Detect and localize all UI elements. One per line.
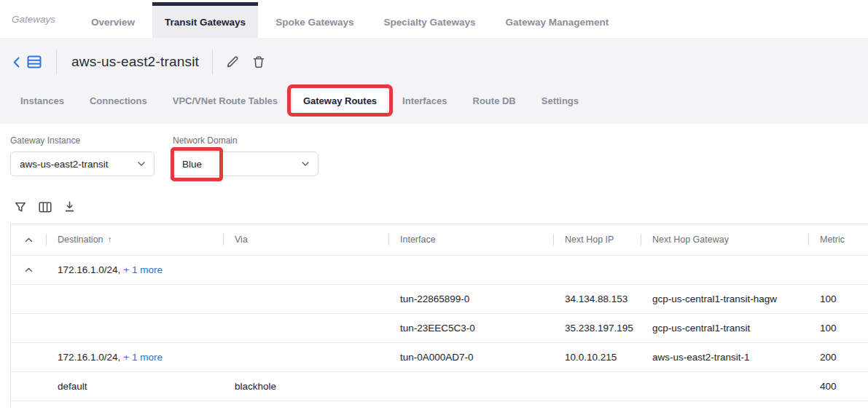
sub-tab-route-db[interactable]: Route DB: [463, 86, 526, 115]
gateway-instance-group: Gateway Instance aws-us-east2-transit: [10, 135, 155, 176]
filter-button[interactable]: [15, 202, 26, 213]
sub-tab-label: Settings: [541, 95, 579, 106]
column-header-metric[interactable]: Metric: [808, 224, 868, 255]
back-button[interactable]: [13, 57, 20, 68]
cell-destination: 172.16.1.0/24,+ 1 more: [46, 352, 223, 363]
column-label: Metric: [820, 234, 845, 245]
sub-tab-label: Route DB: [473, 95, 516, 106]
sub-tab-settings[interactable]: Settings: [531, 86, 589, 115]
cell-value: 35.238.197.195: [565, 323, 633, 334]
sub-tab-label: Instances: [20, 95, 64, 106]
top-tab-spoke-gateways[interactable]: Spoke Gateways: [263, 2, 366, 38]
cell-next-hop-ip: 10.0.10.215: [553, 352, 641, 363]
column-header-next-hop-ip[interactable]: Next Hop IP: [553, 224, 641, 255]
sort-ascending-icon: ↑: [108, 234, 112, 245]
cell-metric: 400: [808, 381, 868, 392]
main-content: Gateway Instance aws-us-east2-transit Ne…: [0, 124, 868, 407]
gateway-instance-select[interactable]: aws-us-east2-transit: [10, 151, 155, 176]
sub-tabs: InstancesConnectionsVPC/VNet Route Table…: [0, 86, 868, 115]
title-row: aws-us-east2-transit: [0, 38, 868, 86]
cell-value: tun-0A000AD7-0: [400, 352, 474, 363]
network-domain-value: Blue: [182, 159, 202, 170]
top-tab-overview[interactable]: Overview: [79, 2, 147, 38]
route-row: tun-23EEC5C3-035.238.197.195gcp-us-centr…: [11, 314, 868, 343]
cell-metric: 100: [808, 323, 868, 334]
cell-destination: 172.16.1.0/24,+ 1 more: [46, 264, 223, 275]
chevron-up-icon: [25, 237, 33, 243]
sub-tab-connections[interactable]: Connections: [79, 86, 157, 115]
column-header-destination[interactable]: Destination↑: [46, 224, 223, 255]
cell-interface: tun-23EEC5C3-0: [388, 323, 553, 334]
top-tab-transit-gateways[interactable]: Transit Gateways: [152, 2, 258, 38]
cell-next-hop-ip: 34.134.88.153: [553, 293, 641, 304]
column-label: Destination: [58, 234, 103, 245]
sub-tab-label: Gateway Routes: [303, 95, 377, 106]
cell-metric: 200: [808, 352, 868, 363]
delete-button[interactable]: [252, 55, 265, 68]
cell-value: tun-23EEC5C3-0: [400, 323, 475, 334]
trash-icon: [254, 57, 264, 67]
table-toolbar: [15, 201, 868, 213]
network-domain-select[interactable]: Blue: [173, 151, 318, 176]
cell-next-hop-gateway: gcp-us-central1-transit: [641, 323, 808, 334]
network-domain-label: Network Domain: [173, 135, 318, 146]
gateway-instance-value: aws-us-east2-transit: [20, 159, 109, 170]
column-label: Next Hop IP: [565, 234, 614, 245]
download-button[interactable]: [64, 201, 75, 213]
cell-next-hop-gateway: aws-us-east2-transit-1: [641, 352, 808, 363]
cell-value: 10.0.10.215: [565, 352, 617, 363]
gateway-instance-label: Gateway Instance: [10, 135, 155, 146]
edit-button[interactable]: [226, 55, 239, 68]
column-header-interface[interactable]: Interface: [388, 224, 553, 255]
cell-value: 172.16.1.0/24,: [58, 264, 120, 275]
destination-more-link[interactable]: + 1 more: [123, 352, 163, 363]
chevron-down-icon: [138, 162, 145, 166]
network-domain-group: Network Domain Blue: [173, 135, 318, 176]
cell-value: 34.134.88.153: [565, 293, 627, 304]
chevron-left-icon: [15, 58, 19, 66]
top-tab-specialty-gateways[interactable]: Specialty Gateways: [371, 2, 488, 38]
sub-tab-label: VPC/VNet Route Tables: [173, 95, 278, 106]
divider: [56, 50, 57, 74]
column-header-via[interactable]: Via: [223, 224, 388, 255]
cell-value: gcp-us-central1-transit: [652, 323, 750, 334]
cell-value: tun-22865899-0: [400, 293, 469, 304]
cell-next-hop-ip: 35.238.197.195: [553, 323, 641, 334]
cell-value: gcp-us-central1-transit-hagw: [652, 293, 777, 304]
pencil-icon: [228, 57, 238, 66]
routes-table: Destination↑ViaInterfaceNext Hop IPNext …: [10, 224, 868, 407]
column-label: Via: [235, 234, 248, 245]
divider: [212, 50, 213, 74]
route-row: 172.16.1.0/24,+ 1 moretun-0A000AD7-010.0…: [11, 343, 868, 372]
sub-tab-interfaces[interactable]: Interfaces: [392, 86, 457, 115]
column-header-next-hop-gateway[interactable]: Next Hop Gateway: [641, 224, 808, 255]
sub-tab-gateway-routes[interactable]: Gateway Routes: [293, 86, 387, 115]
cell-value: 172.16.1.0/24,: [58, 352, 120, 363]
collapse-all-control[interactable]: [11, 224, 46, 255]
cell-metric: 100: [808, 293, 868, 304]
app-root: Gateways OverviewTransit GatewaysSpoke G…: [0, 0, 868, 407]
table-header: Destination↑ViaInterfaceNext Hop IPNext …: [11, 224, 868, 256]
columns-button[interactable]: [39, 202, 52, 213]
route-group-row: 172.16.1.0/24,+ 1 more: [11, 256, 868, 285]
cell-value: 200: [820, 352, 837, 363]
destination-more-link[interactable]: + 1 more: [123, 264, 163, 275]
cell-value: blackhole: [235, 381, 276, 392]
sub-tab-label: Connections: [90, 95, 147, 106]
column-label: Interface: [400, 234, 436, 245]
column-label: Next Hop Gateway: [652, 234, 729, 245]
top-tabs: OverviewTransit GatewaysSpoke GatewaysSp…: [79, 0, 626, 38]
top-tab-gateway-management[interactable]: Gateway Management: [493, 2, 622, 38]
chevron-down-icon: [302, 162, 309, 166]
list-view-icon[interactable]: [27, 55, 42, 68]
cell-value: 400: [820, 381, 837, 392]
sub-tab-instances[interactable]: Instances: [10, 86, 74, 115]
group-collapse-control[interactable]: [11, 267, 46, 272]
table-body: 172.16.1.0/24,+ 1 moretun-22865899-034.1…: [11, 256, 868, 401]
cell-value: 100: [820, 293, 837, 304]
cell-value: aws-us-east2-transit-1: [652, 352, 750, 363]
sub-tab-vpc-vnet-route-tables[interactable]: VPC/VNet Route Tables: [163, 86, 288, 115]
top-nav-bar: Gateways OverviewTransit GatewaysSpoke G…: [0, 0, 868, 38]
cell-interface: tun-0A000AD7-0: [388, 352, 553, 363]
cell-value: default: [58, 381, 87, 392]
